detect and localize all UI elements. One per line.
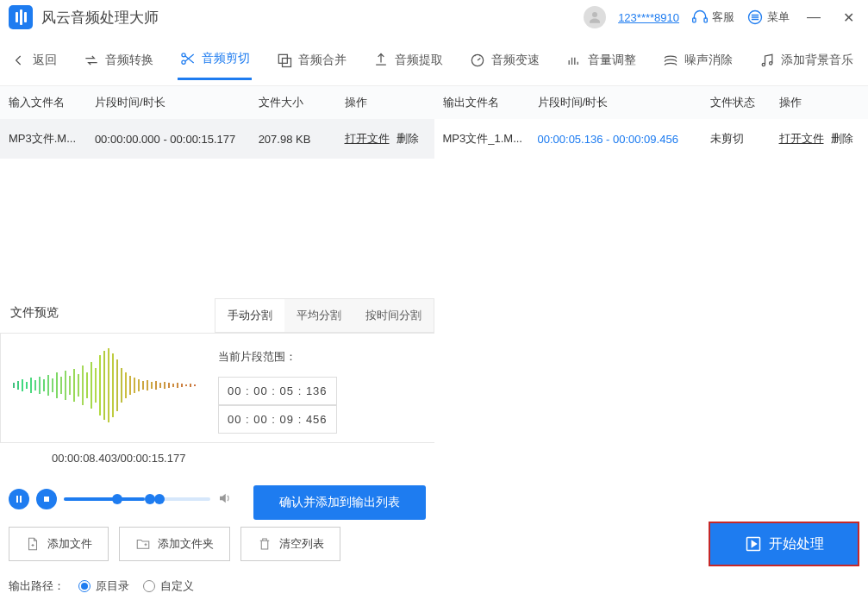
svg-point-9 [762,63,765,66]
output-file-time: 00:00:05.136 - 00:00:09.456 [538,133,710,146]
menu-button[interactable]: 菜单 [746,9,790,26]
user-avatar-icon[interactable] [584,6,606,28]
add-folder-button[interactable]: 添加文件夹 [119,527,230,561]
stop-button[interactable] [36,489,57,509]
close-button[interactable]: ✕ [838,9,859,26]
range-end-input[interactable]: 00 : 00 : 09 : 456 [218,405,337,434]
col-input-time: 片段时间/时长 [95,95,259,110]
range-thumb-end[interactable] [154,494,165,504]
tab-merge[interactable]: 音频合并 [274,41,348,79]
col-input-size: 文件大小 [259,95,345,110]
col-input-name: 输入文件名 [9,95,95,110]
col-input-action: 操作 [345,95,426,110]
app-title: 风云音频处理大师 [41,8,159,28]
open-file-link[interactable]: 打开文件 [345,132,390,145]
input-file-name: MP3文件.M... [9,131,95,147]
tab-extract[interactable]: 音频提取 [371,41,445,79]
seg-tab-average[interactable]: 平均分割 [284,299,353,332]
radio-original-dir[interactable]: 原目录 [78,578,129,594]
delete-output-link[interactable]: 删除 [831,132,853,145]
seg-tab-bytime[interactable]: 按时间分割 [353,299,434,332]
svg-point-10 [770,61,772,64]
back-button[interactable]: 返回 [9,41,59,79]
svg-rect-6 [278,54,287,63]
tab-volume[interactable]: 音量调整 [564,41,638,79]
play-button[interactable] [9,489,29,509]
tab-noise[interactable]: 噪声消除 [660,41,734,79]
svg-rect-55 [20,496,22,503]
output-file-name: MP3文件_1.M... [443,131,538,147]
progress-track[interactable] [64,497,210,501]
tab-bgm[interactable]: 添加背景音乐 [757,41,855,79]
open-output-link[interactable]: 打开文件 [779,132,824,145]
add-file-button[interactable]: 添加文件 [9,527,109,561]
col-out-time: 片段时间/时长 [538,95,710,110]
range-label: 当前片段范围： [218,349,426,365]
input-file-size: 207.98 KB [259,133,345,146]
seg-tab-manual[interactable]: 手动分割 [215,299,284,332]
support-link[interactable]: 客服 [691,9,734,26]
svg-rect-7 [283,58,291,66]
tab-convert[interactable]: 音频转换 [81,41,155,79]
user-id-link[interactable]: 123****8910 [618,11,679,24]
preview-title: 文件预览 [0,293,69,333]
volume-icon[interactable] [217,490,234,509]
radio-custom-dir[interactable]: 自定义 [143,578,194,594]
minimize-button[interactable]: — [802,9,826,25]
range-thumb-start[interactable] [112,494,122,504]
output-file-status: 未剪切 [710,131,779,147]
clear-list-button[interactable]: 清空列表 [240,527,340,561]
range-start-input[interactable]: 00 : 00 : 05 : 136 [218,377,337,405]
output-row[interactable]: MP3文件_1.M... 00:00:05.136 - 00:00:09.456… [434,119,869,159]
app-logo [9,5,33,29]
output-path-label: 输出路径： [9,578,65,594]
playhead-thumb[interactable] [145,494,155,504]
waveform-display[interactable] [9,342,208,428]
col-out-action: 操作 [779,95,860,110]
col-out-name: 输出文件名 [443,95,538,110]
svg-point-0 [592,12,597,17]
playback-time: 00:00:08.403/00:00:15.177 [52,452,434,465]
delete-link[interactable]: 删除 [397,132,419,145]
tab-speed[interactable]: 音频变速 [467,41,541,79]
svg-rect-56 [44,497,49,502]
input-row[interactable]: MP3文件.M... 00:00:00.000 - 00:00:15.177 2… [0,119,434,159]
input-file-time: 00:00:00.000 - 00:00:15.177 [95,133,259,146]
svg-rect-54 [16,496,18,503]
tab-cut[interactable]: 音频剪切 [178,40,252,80]
col-out-status: 文件状态 [710,95,779,110]
start-process-button[interactable]: 开始处理 [709,522,859,566]
